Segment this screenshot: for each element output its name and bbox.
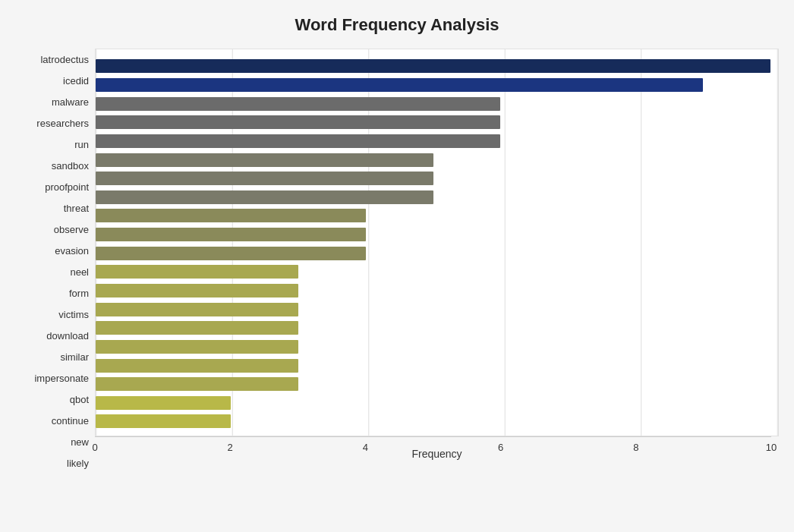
bars-panel [95,49,779,436]
y-label: icedid [63,71,89,90]
bar [96,228,366,241]
bar [96,377,298,391]
bar [96,247,366,260]
bar [96,321,298,335]
bar-row [96,244,770,263]
y-label: likely [67,454,89,474]
bar [96,172,433,185]
bar-row [96,301,770,319]
y-label: researchers [36,113,89,133]
x-tick-label: 0 [92,442,97,453]
bar-row [96,412,770,430]
bar-row [96,132,770,150]
bar-row [96,76,770,94]
bar [96,59,770,73]
bar-row [96,169,770,187]
y-label: impersonate [34,369,89,389]
bar-row [96,225,770,244]
bar-rows [96,52,770,436]
y-label: proofpoint [45,177,89,197]
y-labels: latrodectusicedidmalwareresearchersrunsa… [15,49,95,474]
x-tick-label: 10 [766,442,777,453]
y-label: threat [64,198,89,218]
x-ticks: 0246810 [95,437,779,442]
y-label: continue [52,411,89,431]
x-tick-label: 2 [228,442,233,453]
x-axis: 0246810 Frequency [95,436,779,474]
y-label: qbot [70,390,89,410]
y-label: similar [60,348,89,367]
x-tick-label: 8 [633,442,638,453]
bar-row [96,319,770,337]
y-label: observe [54,219,89,239]
y-label: neel [70,262,89,282]
chart-title: Word Frequency Analysis [15,15,779,35]
bar [96,340,298,354]
chart-container: Word Frequency Analysis latrodectusicedi… [0,0,794,532]
bar [96,396,231,410]
y-label: malware [52,92,89,112]
bar [96,78,703,92]
bars-and-x: 0246810 Frequency [95,49,779,474]
y-label: sandbox [52,156,89,175]
y-label: run [74,134,89,154]
bar-row [96,206,770,225]
bar-row [96,263,770,281]
x-axis-label: Frequency [95,448,779,460]
bar [96,359,298,373]
chart-area: latrodectusicedidmalwareresearchersrunsa… [15,49,779,474]
bar [96,303,298,316]
y-label: latrodectus [40,49,89,69]
x-tick-label: 6 [498,442,503,453]
bar [96,265,298,279]
bar-row [96,375,770,393]
bar [96,97,500,111]
bar-row [96,338,770,356]
y-label: victims [58,305,89,325]
bar-row [96,57,770,75]
bar-row [96,113,770,131]
bar-row [96,282,770,300]
bar-row [96,188,770,206]
y-label: download [46,326,89,346]
bar [96,414,231,428]
y-label: form [69,284,89,304]
bar [96,134,500,148]
bar-row [96,95,770,113]
bar [96,115,500,129]
y-label: new [71,433,89,452]
bar [96,209,366,222]
bar-row [96,151,770,169]
x-tick-label: 4 [363,442,368,453]
bar [96,284,298,297]
y-label: evasion [55,241,89,260]
bar [96,153,433,167]
bar-row [96,394,770,412]
bar [96,190,433,204]
bar-row [96,357,770,375]
